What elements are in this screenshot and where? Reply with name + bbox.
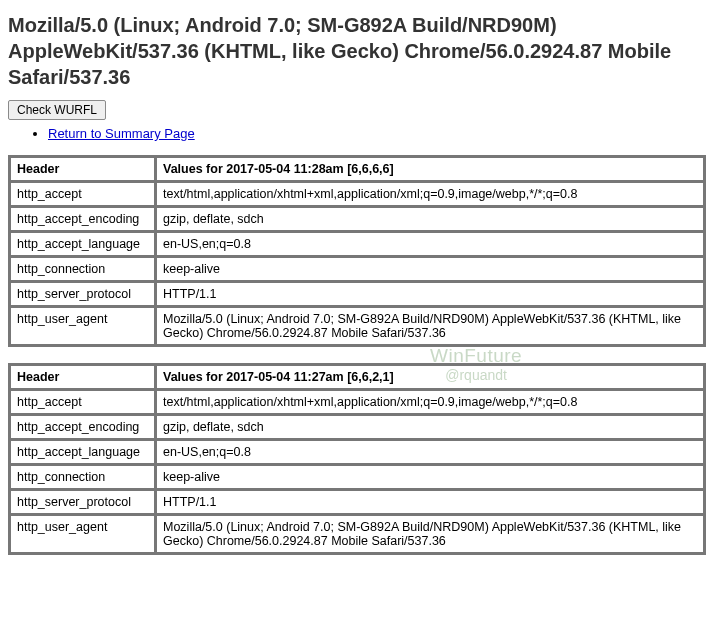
check-wurfl-button[interactable]: Check WURFL	[8, 100, 106, 120]
header-key: http_accept_encoding	[10, 207, 155, 231]
header-value: en-US,en;q=0.8	[156, 232, 704, 256]
header-key: http_server_protocol	[10, 282, 155, 306]
header-value: HTTP/1.1	[156, 490, 704, 514]
header-key: http_accept	[10, 390, 155, 414]
table-row: http_accept_encodinggzip, deflate, sdch	[10, 207, 704, 231]
table-row: http_accepttext/html,application/xhtml+x…	[10, 182, 704, 206]
table-row: http_connectionkeep-alive	[10, 257, 704, 281]
header-table: HeaderValues for 2017-05-04 11:28am [6,6…	[8, 155, 706, 347]
header-value: text/html,application/xhtml+xml,applicat…	[156, 182, 704, 206]
page-title: Mozilla/5.0 (Linux; Android 7.0; SM-G892…	[8, 12, 706, 90]
table-row: http_accepttext/html,application/xhtml+x…	[10, 390, 704, 414]
header-value: keep-alive	[156, 465, 704, 489]
header-value: Mozilla/5.0 (Linux; Android 7.0; SM-G892…	[156, 307, 704, 345]
header-key: http_connection	[10, 257, 155, 281]
header-value: text/html,application/xhtml+xml,applicat…	[156, 390, 704, 414]
table-row: http_user_agentMozilla/5.0 (Linux; Andro…	[10, 515, 704, 553]
table-row: http_accept_languageen-US,en;q=0.8	[10, 440, 704, 464]
tables-container: HeaderValues for 2017-05-04 11:28am [6,6…	[8, 155, 706, 555]
header-key: http_accept_encoding	[10, 415, 155, 439]
table-header-row: HeaderValues for 2017-05-04 11:28am [6,6…	[10, 157, 704, 181]
header-value: Mozilla/5.0 (Linux; Android 7.0; SM-G892…	[156, 515, 704, 553]
header-key: http_user_agent	[10, 515, 155, 553]
header-table: HeaderValues for 2017-05-04 11:27am [6,6…	[8, 363, 706, 555]
header-key: http_accept_language	[10, 440, 155, 464]
header-value: HTTP/1.1	[156, 282, 704, 306]
table-header-row: HeaderValues for 2017-05-04 11:27am [6,6…	[10, 365, 704, 389]
table-row: http_connectionkeep-alive	[10, 465, 704, 489]
header-key: http_connection	[10, 465, 155, 489]
column-header-key: Header	[10, 365, 155, 389]
header-value: en-US,en;q=0.8	[156, 440, 704, 464]
list-item: Return to Summary Page	[48, 126, 706, 141]
header-key: http_accept	[10, 182, 155, 206]
table-row: http_server_protocolHTTP/1.1	[10, 282, 704, 306]
table-row: http_accept_languageen-US,en;q=0.8	[10, 232, 704, 256]
table-row: http_server_protocolHTTP/1.1	[10, 490, 704, 514]
header-key: http_accept_language	[10, 232, 155, 256]
header-key: http_server_protocol	[10, 490, 155, 514]
header-value: gzip, deflate, sdch	[156, 415, 704, 439]
column-header-key: Header	[10, 157, 155, 181]
column-header-values: Values for 2017-05-04 11:27am [6,6,2,1]	[156, 365, 704, 389]
return-summary-link[interactable]: Return to Summary Page	[48, 126, 195, 141]
header-key: http_user_agent	[10, 307, 155, 345]
nav-list: Return to Summary Page	[8, 126, 706, 141]
table-row: http_accept_encodinggzip, deflate, sdch	[10, 415, 704, 439]
header-value: gzip, deflate, sdch	[156, 207, 704, 231]
column-header-values: Values for 2017-05-04 11:28am [6,6,6,6]	[156, 157, 704, 181]
table-row: http_user_agentMozilla/5.0 (Linux; Andro…	[10, 307, 704, 345]
header-value: keep-alive	[156, 257, 704, 281]
